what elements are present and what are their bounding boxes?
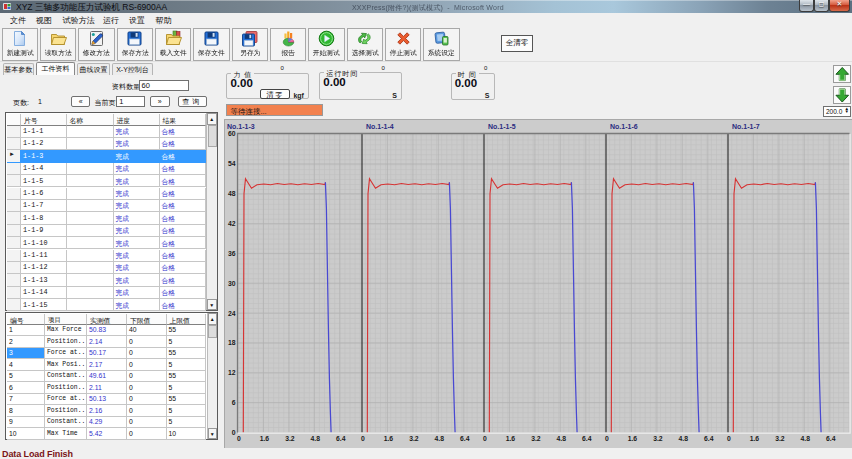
svg-text:6.4: 6.4 [826, 435, 836, 442]
svg-text:3.2: 3.2 [775, 435, 785, 442]
svg-text:0: 0 [361, 435, 365, 442]
svg-text:1.6: 1.6 [628, 435, 638, 442]
svg-text:24: 24 [228, 310, 236, 317]
svg-text:4.8: 4.8 [557, 435, 567, 442]
svg-text:48: 48 [228, 190, 236, 197]
svg-text:0: 0 [237, 435, 241, 442]
svg-text:54: 54 [228, 160, 236, 167]
svg-text:6.4: 6.4 [336, 435, 346, 442]
svg-text:6.4: 6.4 [704, 435, 714, 442]
svg-text:No.1-1-4: No.1-1-4 [366, 123, 394, 130]
svg-text:0: 0 [605, 435, 609, 442]
svg-text:3.2: 3.2 [531, 435, 541, 442]
svg-text:1.6: 1.6 [384, 435, 394, 442]
svg-text:1.6: 1.6 [750, 435, 760, 442]
svg-text:No.1-1-6: No.1-1-6 [610, 123, 638, 130]
svg-text:4.8: 4.8 [435, 435, 445, 442]
svg-text:18: 18 [228, 339, 236, 346]
svg-text:60: 60 [228, 130, 236, 137]
svg-text:36: 36 [228, 250, 236, 257]
svg-text:1.6: 1.6 [506, 435, 516, 442]
svg-text:No.1-1-5: No.1-1-5 [488, 123, 516, 130]
svg-text:42: 42 [228, 220, 236, 227]
svg-text:3.2: 3.2 [409, 435, 419, 442]
svg-text:No.1-1-7: No.1-1-7 [732, 123, 760, 130]
svg-text:30: 30 [228, 280, 236, 287]
svg-text:6.4: 6.4 [460, 435, 470, 442]
svg-text:4.8: 4.8 [801, 435, 811, 442]
svg-text:3.2: 3.2 [653, 435, 663, 442]
svg-text:0: 0 [483, 435, 487, 442]
svg-text:6: 6 [232, 399, 236, 406]
svg-text:12: 12 [228, 369, 236, 376]
svg-text:3.2: 3.2 [285, 435, 295, 442]
svg-text:0: 0 [727, 435, 731, 442]
svg-text:4.8: 4.8 [679, 435, 689, 442]
svg-text:0: 0 [232, 429, 236, 436]
svg-text:No.1-1-3: No.1-1-3 [227, 123, 255, 130]
svg-text:6.4: 6.4 [582, 435, 592, 442]
svg-text:1.6: 1.6 [260, 435, 270, 442]
svg-text:4.8: 4.8 [311, 435, 321, 442]
